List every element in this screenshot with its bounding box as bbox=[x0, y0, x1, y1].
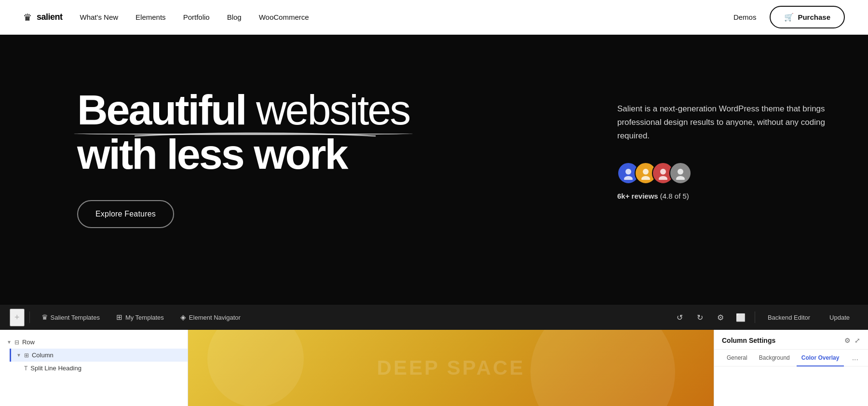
nav-links: What's New Elements Portfolio Blog WooCo… bbox=[80, 13, 309, 21]
canvas-preview-area: DEEP SPACE bbox=[188, 330, 714, 406]
avatars-group bbox=[617, 162, 829, 184]
crown-icon: ♛ bbox=[23, 12, 32, 23]
editor-bar-right: ↺ ↻ ⚙ ⬜ Backend Editor Update bbox=[672, 309, 858, 325]
undo-icon: ↺ bbox=[677, 313, 683, 322]
hero-title-reg: websites bbox=[245, 86, 409, 134]
redo-button[interactable]: ↻ bbox=[692, 309, 708, 325]
tab-more-button[interactable]: ... bbox=[850, 350, 860, 366]
tree-column[interactable]: ▼ ⊞ Column bbox=[10, 349, 188, 362]
tree-split-line-heading[interactable]: T Split Line Heading bbox=[17, 362, 188, 375]
redo-icon: ↻ bbox=[697, 313, 703, 322]
tab-background[interactable]: Background bbox=[754, 350, 795, 366]
canvas-decoration-circle-2 bbox=[530, 330, 675, 406]
element-tree: ▼ ⊟ Row ▼ ⊞ Column T Split Line Heading bbox=[0, 330, 188, 406]
nav-item-blog[interactable]: Blog bbox=[227, 13, 242, 21]
svg-point-3 bbox=[641, 176, 650, 180]
nav-item-woocommerce[interactable]: WooCommerce bbox=[259, 13, 309, 21]
row-icon: ⊟ bbox=[14, 339, 19, 346]
update-label: Update bbox=[829, 314, 850, 321]
my-templates-label: My Templates bbox=[125, 314, 164, 321]
column-settings-panel: Column Settings ⚙ ⤢ General Background C… bbox=[714, 330, 868, 406]
element-navigator-button[interactable]: ◈ Element Navigator bbox=[174, 310, 247, 325]
tree-column-label: Column bbox=[32, 352, 54, 359]
explore-features-button[interactable]: Explore Features bbox=[77, 200, 174, 228]
nav-left: ♛ salient What's New Elements Portfolio … bbox=[23, 12, 309, 23]
reviews-count: 6k+ reviews bbox=[617, 192, 658, 200]
gear-icon: ⚙ bbox=[717, 313, 724, 322]
reviews-rating: (4.8 of 5) bbox=[660, 192, 689, 200]
tab-general[interactable]: General bbox=[722, 350, 752, 366]
demos-link[interactable]: Demos bbox=[733, 13, 757, 21]
element-navigator-label: Element Navigator bbox=[189, 314, 241, 321]
settings-expand-icon[interactable]: ⤢ bbox=[854, 337, 860, 344]
canvas-preview-text: DEEP SPACE bbox=[377, 356, 525, 379]
settings-header: Column Settings ⚙ ⤢ bbox=[714, 330, 868, 350]
tree-row[interactable]: ▼ ⊟ Row bbox=[0, 336, 188, 349]
hero-title-line1: Beautiful websites bbox=[77, 88, 409, 132]
column-icon: ⊞ bbox=[24, 352, 29, 359]
purchase-button[interactable]: 🛒 Purchase bbox=[770, 6, 845, 28]
svg-point-6 bbox=[678, 169, 683, 175]
view-toggle-button[interactable]: ⬜ bbox=[732, 309, 749, 325]
svg-point-4 bbox=[660, 169, 666, 175]
svg-point-1 bbox=[624, 176, 633, 180]
tab-color-overlay-label: Color Overlay bbox=[801, 354, 840, 361]
settings-gear-icon[interactable]: ⚙ bbox=[844, 337, 851, 344]
monitor-icon: ⬜ bbox=[736, 313, 746, 322]
text-icon: T bbox=[24, 365, 27, 372]
explore-features-label: Explore Features bbox=[95, 210, 156, 218]
backend-editor-button[interactable]: Backend Editor bbox=[761, 311, 817, 324]
hero-title-bold: Beautiful bbox=[77, 86, 245, 134]
settings-icons: ⚙ ⤢ bbox=[844, 337, 860, 344]
purchase-label: Purchase bbox=[798, 13, 830, 21]
template-icon: ⊞ bbox=[116, 313, 122, 322]
editor-bar: + ♛ Salient Templates ⊞ My Templates ◈ E… bbox=[0, 305, 868, 330]
nav-item-elements[interactable]: Elements bbox=[136, 13, 166, 21]
salient-templates-label: Salient Templates bbox=[51, 314, 100, 321]
more-icon: ... bbox=[852, 353, 858, 362]
backend-editor-label: Backend Editor bbox=[768, 314, 810, 321]
separator-2 bbox=[755, 311, 755, 323]
undo-button[interactable]: ↺ bbox=[672, 309, 688, 325]
svg-point-0 bbox=[625, 169, 631, 175]
crown-small-icon: ♛ bbox=[41, 313, 48, 322]
canvas-decoration-circle-1 bbox=[207, 330, 304, 406]
hero-title: Beautiful websites with less work bbox=[77, 88, 409, 177]
hero-right: Salient is a next-generation WordPress t… bbox=[617, 83, 829, 200]
reviews-text: 6k+ reviews (4.8 of 5) bbox=[617, 192, 829, 200]
hero-left: Beautiful websites with less work Explor… bbox=[77, 83, 409, 228]
tab-color-overlay[interactable]: Color Overlay bbox=[797, 350, 844, 366]
add-element-button[interactable]: + bbox=[10, 309, 25, 326]
hero-description: Salient is a next-generation WordPress t… bbox=[617, 102, 829, 143]
nav-item-whats-new[interactable]: What's New bbox=[80, 13, 119, 21]
navbar: ♛ salient What's New Elements Portfolio … bbox=[0, 0, 868, 35]
nav-right: Demos 🛒 Purchase bbox=[733, 6, 845, 28]
nav-item-portfolio[interactable]: Portfolio bbox=[183, 13, 210, 21]
tree-split-line-heading-label: Split Line Heading bbox=[30, 365, 81, 372]
salient-templates-button[interactable]: ♛ Salient Templates bbox=[35, 310, 107, 325]
avatar-4 bbox=[669, 162, 692, 184]
my-templates-button[interactable]: ⊞ My Templates bbox=[109, 310, 171, 325]
cart-icon: 🛒 bbox=[784, 13, 794, 22]
svg-point-5 bbox=[659, 176, 667, 180]
plus-icon: + bbox=[14, 312, 20, 322]
tab-background-label: Background bbox=[759, 354, 790, 361]
canvas-preview: DEEP SPACE bbox=[188, 330, 714, 406]
settings-button[interactable]: ⚙ bbox=[712, 309, 729, 325]
separator-1 bbox=[29, 311, 30, 323]
logo-text: salient bbox=[37, 12, 63, 22]
nav-logo[interactable]: ♛ salient bbox=[23, 12, 63, 23]
hero-underline-svg bbox=[72, 129, 438, 139]
editor-panel: ▼ ⊟ Row ▼ ⊞ Column T Split Line Heading … bbox=[0, 330, 868, 406]
tab-general-label: General bbox=[727, 354, 747, 361]
expand-icon: ▼ bbox=[7, 339, 12, 345]
update-button[interactable]: Update bbox=[821, 311, 858, 324]
expand-icon-col: ▼ bbox=[16, 352, 21, 358]
svg-point-2 bbox=[643, 169, 649, 175]
settings-title: Column Settings bbox=[722, 337, 775, 344]
svg-point-7 bbox=[676, 176, 685, 180]
settings-tabs: General Background Color Overlay ... bbox=[714, 350, 868, 366]
hero-section: Beautiful websites with less work Explor… bbox=[0, 35, 868, 305]
tree-row-label: Row bbox=[22, 338, 35, 346]
layers-icon: ◈ bbox=[180, 313, 186, 322]
